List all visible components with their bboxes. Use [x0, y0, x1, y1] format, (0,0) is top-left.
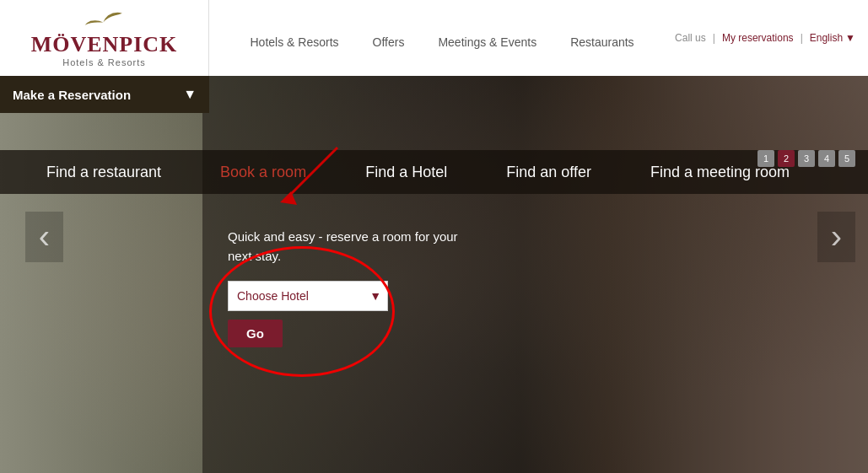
- my-reservations-link[interactable]: My reservations: [722, 32, 794, 44]
- top-right-area: Call us | My reservations | English ▼: [675, 32, 868, 44]
- make-reservation-bar[interactable]: Make a Reservation ▼: [0, 76, 209, 113]
- logo-title: MÖVENPICK: [31, 32, 178, 57]
- go-button[interactable]: Go: [228, 320, 283, 347]
- language-selector[interactable]: English ▼: [810, 32, 855, 44]
- logo-area: MÖVENPICK Hotels & Resorts: [0, 0, 209, 76]
- slide-dot-2[interactable]: 2: [778, 150, 795, 167]
- book-subtitle: Quick and easy - reserve a room for your…: [228, 228, 458, 266]
- tab-find-restaurant[interactable]: Find a restaurant: [17, 150, 191, 194]
- hotel-select[interactable]: Choose Hotel: [228, 281, 388, 311]
- slide-dot-4[interactable]: 4: [818, 150, 835, 167]
- reservation-label: Make a Reservation: [13, 88, 131, 102]
- next-slide-button[interactable]: ›: [817, 212, 855, 262]
- slide-dot-3[interactable]: 3: [798, 150, 815, 167]
- nav-meetings-events[interactable]: Meetings & Events: [438, 35, 536, 49]
- chevron-down-icon: ▼: [845, 32, 855, 44]
- content-nav-tabs: Find a restaurant Book a room Find a Hot…: [0, 150, 868, 194]
- logo-subtitle: Hotels & Resorts: [62, 57, 146, 67]
- main-nav: Hotels & Resorts Offers Meetings & Event…: [209, 27, 675, 49]
- book-room-content: Quick and easy - reserve a room for your…: [228, 228, 458, 347]
- tab-find-hotel[interactable]: Find a Hotel: [336, 150, 477, 194]
- slide-indicators: 1 2 3 4 5: [757, 150, 855, 167]
- header: MÖVENPICK Hotels & Resorts Hotels & Reso…: [0, 0, 868, 76]
- call-us-link[interactable]: Call us: [675, 32, 706, 44]
- tab-book-room[interactable]: Book a room: [191, 150, 336, 194]
- reservation-dropdown-icon: ▼: [183, 87, 197, 102]
- prev-slide-button[interactable]: ‹: [25, 212, 63, 262]
- slide-dot-1[interactable]: 1: [757, 150, 774, 167]
- nav-hotels-resorts[interactable]: Hotels & Resorts: [250, 35, 338, 49]
- nav-restaurants[interactable]: Restaurants: [570, 35, 633, 49]
- logo-bird-icon: [84, 8, 126, 32]
- hotel-select-wrapper: Choose Hotel ▼: [228, 281, 388, 311]
- slide-dot-5[interactable]: 5: [838, 150, 855, 167]
- tab-find-offer[interactable]: Find an offer: [477, 150, 621, 194]
- nav-offers[interactable]: Offers: [373, 35, 405, 49]
